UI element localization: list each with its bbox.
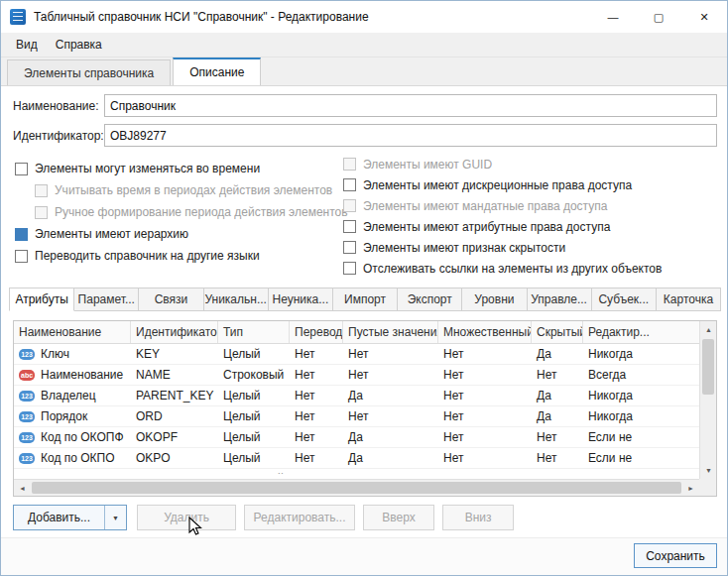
add-button[interactable]: Добавить... ▼ bbox=[13, 505, 127, 530]
checkbox[interactable] bbox=[343, 220, 356, 233]
move-up-button[interactable]: Вверх bbox=[363, 505, 434, 530]
checkbox-row[interactable]: Ручное формирование периода действия эле… bbox=[35, 201, 332, 223]
table-buttons-row: Добавить... ▼ Удалить Редактировать... В… bbox=[13, 505, 514, 530]
cell: Да bbox=[343, 427, 438, 447]
vertical-scroll-thumb[interactable] bbox=[702, 339, 714, 395]
scroll-down-icon[interactable]: ▼ bbox=[700, 462, 717, 479]
checkbox-row[interactable]: Элементы имеют атрибутные права доступа bbox=[343, 216, 720, 237]
menu-bar: ВидСправка bbox=[1, 33, 727, 58]
checkbox-row[interactable]: Отслеживать ссылки на элементы из других… bbox=[343, 258, 720, 279]
inner-tab[interactable]: Уровни bbox=[462, 288, 527, 311]
title-bar: Табличный справочник НСИ "Справочник" - … bbox=[1, 1, 727, 33]
cell: Строковый bbox=[218, 365, 290, 385]
move-down-button[interactable]: Вниз bbox=[442, 505, 514, 530]
cell: Да bbox=[343, 469, 438, 474]
column-header[interactable]: Тип bbox=[218, 321, 290, 343]
minimize-button[interactable]: — bbox=[590, 1, 636, 33]
table-row[interactable]: 123КлючKEYЦелыйНетНетНетДаНикогда bbox=[14, 344, 699, 365]
checkbox-row[interactable]: Переводить справочник на другие языки bbox=[15, 245, 332, 267]
inner-tab[interactable]: Субъек... bbox=[592, 288, 657, 311]
inner-tab[interactable]: Карточка bbox=[657, 288, 721, 311]
name-input[interactable] bbox=[104, 94, 717, 117]
column-header[interactable]: Множественный bbox=[438, 321, 532, 343]
table-body: 123КлючKEYЦелыйНетНетНетДаНикогдаabcНаим… bbox=[14, 344, 699, 474]
name-label: Наименование: bbox=[13, 99, 104, 113]
checkbox-row[interactable]: Элементы могут изменяться во времени bbox=[15, 158, 332, 179]
horizontal-scrollbar[interactable]: ◄ ► bbox=[14, 479, 699, 496]
dialog-footer: Сохранить bbox=[1, 537, 728, 576]
column-header[interactable]: Скрытый bbox=[532, 321, 583, 343]
string-type-icon: abc bbox=[19, 370, 35, 381]
inner-tab[interactable]: Атрибуты bbox=[9, 288, 74, 311]
menu-item[interactable]: Справка bbox=[47, 34, 111, 56]
column-header[interactable]: Идентификатор bbox=[131, 321, 218, 343]
column-header[interactable]: Редактир... bbox=[583, 321, 684, 343]
attributes-table-panel: НаименованиеИдентификаторТипПереводПусты… bbox=[13, 320, 717, 497]
delete-button[interactable]: Удалить bbox=[137, 505, 236, 530]
inner-tab[interactable]: Экспорт bbox=[398, 288, 462, 311]
cell: KEY bbox=[131, 344, 218, 364]
table-row[interactable]: 123Код по ОКОПФOKOPFЦелыйНетДаНетНетЕсли… bbox=[14, 427, 699, 448]
cell: Нет bbox=[290, 365, 343, 385]
checkbox-row[interactable]: Элементы имеют дискреционные права досту… bbox=[343, 174, 720, 195]
tab[interactable]: Описание bbox=[173, 58, 261, 85]
checkbox[interactable] bbox=[343, 241, 356, 254]
numeric-type-icon: 123 bbox=[19, 432, 35, 443]
edit-button[interactable]: Редактировать... bbox=[244, 505, 355, 530]
checkbox-label: Элементы имеют признак скрытости bbox=[363, 241, 565, 255]
checkbox bbox=[343, 158, 356, 171]
inner-tab[interactable]: Уникальн... bbox=[204, 288, 269, 311]
cell: ORD bbox=[131, 406, 218, 426]
column-header[interactable]: Пустые значения bbox=[343, 321, 438, 343]
cell: Целый bbox=[218, 344, 290, 364]
checkbox bbox=[35, 206, 48, 219]
checkbox-label: Элементы имеют дискреционные права досту… bbox=[363, 178, 632, 192]
scroll-left-icon[interactable]: ◄ bbox=[14, 480, 31, 497]
checkbox[interactable] bbox=[343, 178, 356, 191]
checkbox[interactable] bbox=[343, 262, 356, 275]
cell: Нет bbox=[532, 365, 583, 385]
main-tab-strip: Элементы справочникаОписание bbox=[1, 58, 727, 86]
menu-item[interactable]: Вид bbox=[7, 34, 47, 56]
checkbox-row[interactable]: Учитывать время в периодах действия элем… bbox=[35, 179, 332, 201]
table-row[interactable]: 123ИННINNСтроковыйНетДаНетНетЕсли не bbox=[14, 469, 699, 474]
scroll-up-icon[interactable]: ▲ bbox=[700, 321, 717, 338]
identifier-input[interactable] bbox=[104, 124, 717, 147]
horizontal-scroll-thumb[interactable] bbox=[32, 482, 681, 494]
vertical-scrollbar[interactable]: ▲ ▼ bbox=[699, 321, 716, 479]
cell: Да bbox=[532, 386, 583, 405]
inner-tab[interactable]: Неуника... bbox=[269, 288, 333, 311]
cell: Нет bbox=[438, 406, 532, 426]
checkbox bbox=[35, 184, 48, 197]
checkbox-row[interactable]: Элементы имеют иерархию bbox=[15, 223, 332, 245]
inner-tab[interactable]: Связи bbox=[139, 288, 203, 311]
column-header[interactable]: Перевод bbox=[290, 321, 343, 343]
scroll-right-icon[interactable]: ► bbox=[682, 480, 699, 497]
checkbox-row[interactable]: Элементы имеют признак скрытости bbox=[343, 237, 720, 258]
table-row[interactable]: abcНаименованиеNAMEСтроковыйНетНетНетНет… bbox=[14, 365, 699, 386]
cell: Нет bbox=[532, 427, 583, 447]
maximize-button[interactable]: ▢ bbox=[636, 1, 681, 33]
description-tab-content: Наименование: Идентификатор: Элементы мо… bbox=[1, 86, 728, 576]
close-button[interactable]: ✕ bbox=[681, 1, 727, 33]
table-row[interactable]: 123Код по ОКПОOKPOЦелыйНетДаНетНетЕсли н… bbox=[14, 448, 699, 469]
checkbox-row[interactable]: Элементы имеют мандатные права доступа bbox=[343, 195, 720, 216]
column-header[interactable]: Наименование bbox=[14, 321, 131, 343]
inner-tab[interactable]: Импорт bbox=[333, 288, 398, 311]
cell: OKOPF bbox=[131, 427, 218, 447]
add-dropdown-icon[interactable]: ▼ bbox=[104, 506, 126, 529]
tab[interactable]: Элементы справочника bbox=[7, 59, 171, 85]
inner-tab[interactable]: Управле... bbox=[528, 288, 592, 311]
checkbox[interactable] bbox=[15, 163, 28, 175]
checkbox[interactable] bbox=[15, 228, 28, 241]
checkbox[interactable] bbox=[15, 250, 28, 263]
inner-tab[interactable]: Парамет... bbox=[74, 288, 139, 311]
table-row[interactable]: 123ВладелецPARENT_KEYЦелыйНетДаНетДаНико… bbox=[14, 386, 699, 406]
table-row[interactable]: 123ПорядокORDЦелыйНетНетНетДаНикогда bbox=[14, 406, 699, 427]
save-button[interactable]: Сохранить bbox=[634, 543, 717, 568]
add-button-label[interactable]: Добавить... bbox=[14, 506, 104, 529]
checkbox-row[interactable]: Элементы имеют GUID bbox=[343, 154, 720, 174]
checkbox-label: Ручное формирование периода действия эле… bbox=[55, 205, 348, 219]
cell: 123ИНН bbox=[14, 469, 131, 474]
checkbox-label: Отслеживать ссылки на элементы из других… bbox=[363, 262, 662, 276]
